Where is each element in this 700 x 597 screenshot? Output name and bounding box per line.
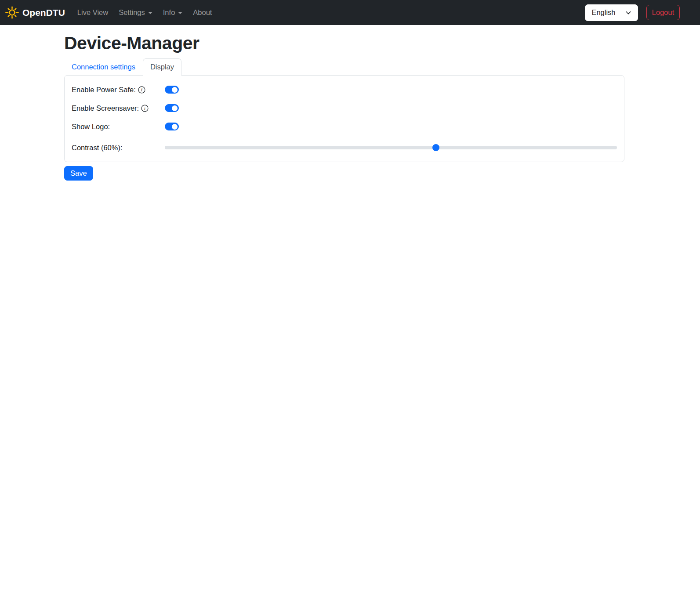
power-safe-toggle[interactable]	[165, 86, 179, 94]
svg-text:i: i	[144, 106, 145, 111]
nav-item-settings[interactable]: Settings	[115, 5, 156, 20]
top-navbar: OpenDTU Live View Settings Info About En…	[0, 0, 700, 25]
tab-bar: Connection settings Display	[64, 58, 624, 76]
field-control	[165, 123, 617, 130]
navbar-right: English Logout	[585, 4, 680, 21]
show-logo-toggle[interactable]	[165, 123, 179, 130]
chevron-down-icon	[148, 12, 152, 14]
nav-item-label: Info	[163, 8, 175, 17]
nav-item-live-view[interactable]: Live View	[74, 5, 112, 20]
field-label: Contrast (60%):	[72, 144, 165, 152]
svg-text:i: i	[141, 87, 142, 92]
field-label-text: Show Logo:	[72, 123, 110, 131]
form-row-show-logo: Show Logo:	[72, 121, 617, 132]
brand-label: OpenDTU	[22, 7, 65, 18]
tab-display[interactable]: Display	[143, 58, 181, 76]
nav-item-label: About	[193, 8, 212, 17]
navbar-left: OpenDTU Live View Settings Info About	[5, 5, 217, 20]
nav-item-label: Live View	[77, 8, 108, 17]
field-control	[165, 104, 617, 112]
nav-links: Live View Settings Info About	[72, 5, 218, 20]
sun-logo-icon	[5, 6, 19, 19]
field-label: Enable Power Safe: i	[72, 86, 165, 94]
save-button[interactable]: Save	[64, 166, 93, 181]
field-control	[165, 144, 617, 151]
nav-item-info[interactable]: Info	[160, 5, 186, 20]
form-row-enable-screensaver: Enable Screensaver: i	[72, 103, 617, 113]
info-circle-icon[interactable]: i	[141, 105, 149, 112]
field-label-text: Enable Screensaver:	[72, 104, 139, 112]
brand-link[interactable]: OpenDTU	[5, 6, 65, 19]
display-settings-card: Enable Power Safe: i Enable Screensaver:	[64, 75, 624, 162]
form-row-contrast: Contrast (60%):	[72, 142, 617, 153]
language-select[interactable]: English	[585, 4, 638, 21]
chevron-down-icon	[178, 12, 182, 14]
field-label: Show Logo:	[72, 123, 165, 131]
toggle-knob	[172, 105, 178, 111]
form-row-enable-power-safe: Enable Power Safe: i	[72, 84, 617, 95]
contrast-slider[interactable]	[165, 144, 617, 151]
nav-item-about[interactable]: About	[189, 5, 215, 20]
field-label: Enable Screensaver: i	[72, 104, 165, 112]
logout-button[interactable]: Logout	[646, 5, 680, 20]
slider-track[interactable]	[165, 146, 617, 149]
tab-connection-settings[interactable]: Connection settings	[64, 58, 143, 76]
chevron-down-icon	[625, 10, 631, 16]
field-label-text: Contrast (60%):	[72, 144, 123, 152]
nav-item-label: Settings	[119, 8, 145, 17]
toggle-knob	[172, 124, 178, 130]
info-circle-icon[interactable]: i	[138, 86, 145, 94]
main-content: Device-Manager Connection settings Displ…	[64, 33, 624, 181]
toggle-knob	[172, 87, 178, 93]
language-selected-value: English	[591, 8, 615, 17]
field-label-text: Enable Power Safe:	[72, 86, 136, 94]
field-control	[165, 86, 617, 94]
contrast-slider-thumb[interactable]	[432, 144, 439, 151]
screensaver-toggle[interactable]	[165, 104, 179, 112]
page-title: Device-Manager	[64, 33, 624, 54]
